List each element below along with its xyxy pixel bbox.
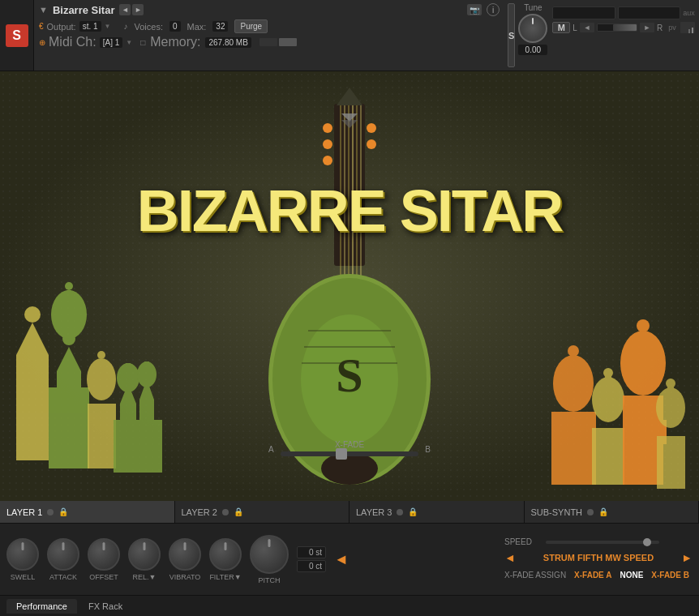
camera-icon[interactable]: 📷 <box>467 4 482 15</box>
svg-rect-18 <box>99 359 104 379</box>
top-bar: S ▼ Bizarre Sitar ◄ ► 📷 i € Output: st. … <box>0 0 699 71</box>
layer-2-dot[interactable] <box>222 509 229 515</box>
svg-rect-7 <box>20 379 28 396</box>
xfade-b-btn[interactable]: X-FADE B <box>648 569 693 581</box>
instrument-name: Bizarre Sitar <box>53 4 115 16</box>
svg-rect-20 <box>114 420 162 473</box>
svg-rect-47 <box>657 436 685 489</box>
svg-rect-34 <box>568 432 577 452</box>
xfade-thumb[interactable] <box>336 448 347 460</box>
voices-max-label: Max: <box>187 22 207 32</box>
tune-value: 0.00 <box>518 45 547 55</box>
speed-slider[interactable] <box>546 541 659 544</box>
xfade-none-btn[interactable]: NONE <box>620 571 643 580</box>
voices-value: 0 <box>169 21 181 32</box>
xfade-a-btn[interactable]: X-FADE A <box>571 569 615 581</box>
subsynth-lock[interactable]: 🔒 <box>598 507 608 516</box>
vibrato-knob[interactable] <box>169 538 201 571</box>
pan-left-btn[interactable]: ◄ <box>580 23 594 32</box>
subsynth-dot[interactable] <box>587 509 594 515</box>
svg-rect-35 <box>580 432 590 452</box>
svg-point-32 <box>568 345 579 357</box>
xfade-a-label: A <box>268 445 274 454</box>
xfade-left-arrow[interactable]: ◄ <box>334 551 349 568</box>
main-artwork: S BIZARRE SITAR A X-FADE B <box>0 71 699 501</box>
right-panel: S Tune 0.00 aux M L ◄ <box>504 0 699 71</box>
vibrato-knob-group: VIBRATO <box>169 538 201 581</box>
layer-1-dot[interactable] <box>47 509 54 515</box>
layer-3-dot[interactable] <box>397 509 403 515</box>
output-dropdown[interactable]: ▼ <box>105 23 111 30</box>
pan-slider[interactable] <box>597 24 637 32</box>
layer-1-lock[interactable]: 🔒 <box>58 507 68 516</box>
offset-knob[interactable] <box>88 538 120 571</box>
m-button[interactable]: M <box>552 22 570 33</box>
svg-point-58 <box>323 123 332 133</box>
strum-right-arrow[interactable]: ► <box>681 551 693 564</box>
memory-value: 267.80 MB <box>205 37 251 48</box>
pitch-knob[interactable] <box>250 535 289 574</box>
svg-rect-4 <box>16 355 49 460</box>
filter-knob[interactable] <box>209 538 242 571</box>
prev-arrow[interactable]: ◄ <box>119 4 131 15</box>
midi-value[interactable]: [A] 1 <box>100 37 123 48</box>
status-bar: Performance FX Rack <box>0 595 699 616</box>
xfade-track[interactable] <box>281 451 419 456</box>
mini-slider-2[interactable] <box>279 38 297 46</box>
r-label: R <box>657 24 663 32</box>
performance-tab[interactable]: Performance <box>6 599 77 614</box>
midi-dropdown[interactable]: ▼ <box>126 39 132 46</box>
svg-point-60 <box>323 156 332 165</box>
svg-point-59 <box>323 139 332 149</box>
rel-knob[interactable] <box>128 538 161 571</box>
logo-section: S <box>0 0 34 71</box>
xfade-assign-section: X-FADE ASSIGN X-FADE A NONE X-FADE B <box>504 569 693 581</box>
info-icon[interactable]: i <box>487 3 500 16</box>
layer-2-name: LAYER 2 <box>182 507 217 517</box>
st-value: 0 st <box>297 546 326 558</box>
svg-rect-8 <box>36 379 45 396</box>
midi-icon: ⊕ <box>39 38 45 47</box>
layer-2-lock[interactable]: 🔒 <box>234 507 243 516</box>
output-value[interactable]: st. 1 <box>79 21 101 32</box>
attack-knob[interactable] <box>47 538 79 571</box>
layer-tab-2[interactable]: LAYER 2 🔒 <box>175 501 350 523</box>
swell-knob[interactable] <box>6 538 39 571</box>
attack-knob-group: ATTACK <box>47 538 79 581</box>
value-display: 0 st 0 ct <box>297 546 326 572</box>
svg-rect-42 <box>640 331 646 363</box>
layer-tab-subsynth[interactable]: SUB-SYNTH 🔒 <box>525 501 700 523</box>
layer-tabs: LAYER 1 🔒 LAYER 2 🔒 LAYER 3 🔒 SUB-SYNTH … <box>0 501 699 524</box>
tune-section: Tune 0.00 <box>518 3 547 67</box>
strum-left-arrow[interactable]: ◄ <box>504 551 516 564</box>
artwork-svg: S <box>0 71 699 501</box>
svg-rect-9 <box>49 387 89 468</box>
layer-tab-3[interactable]: LAYER 3 🔒 <box>350 501 525 523</box>
layer-tab-1[interactable]: LAYER 1 🔒 <box>0 501 175 523</box>
panning-row: L ◄ ► R <box>572 23 663 32</box>
filter-knob-group: FILTER▼ <box>209 538 242 581</box>
svg-point-62 <box>367 139 376 149</box>
svg-text:S: S <box>336 349 362 402</box>
fx-rack-tab[interactable]: FX Rack <box>79 599 132 614</box>
svg-point-19 <box>97 351 105 359</box>
svg-point-43 <box>637 319 650 332</box>
pan-right-btn[interactable]: ► <box>640 23 654 32</box>
speed-label: SPEED <box>504 537 541 546</box>
output-row: € Output: st. 1 ▼ <box>39 19 110 33</box>
next-arrow[interactable]: ► <box>132 4 144 15</box>
layer-3-lock[interactable]: 🔒 <box>408 507 418 516</box>
svg-rect-33 <box>555 432 565 452</box>
svg-rect-21 <box>120 404 136 424</box>
s-button[interactable]: S <box>508 3 515 67</box>
instrument-params: € Output: st. 1 ▼ ♪ Voices: 0 Max: 32 Pu… <box>39 19 500 33</box>
purge-button[interactable]: Purge <box>234 19 268 33</box>
speed-thumb[interactable] <box>643 538 651 546</box>
tune-knob[interactable] <box>518 14 547 43</box>
xfade-track-wrapper: X-FADE <box>281 440 419 459</box>
tune-label: Tune <box>524 3 542 12</box>
svg-rect-31 <box>570 355 577 383</box>
memory-label: Memory: <box>150 35 200 49</box>
midi-label: Midi Ch: <box>49 35 96 49</box>
mini-slider-1[interactable] <box>259 38 277 46</box>
